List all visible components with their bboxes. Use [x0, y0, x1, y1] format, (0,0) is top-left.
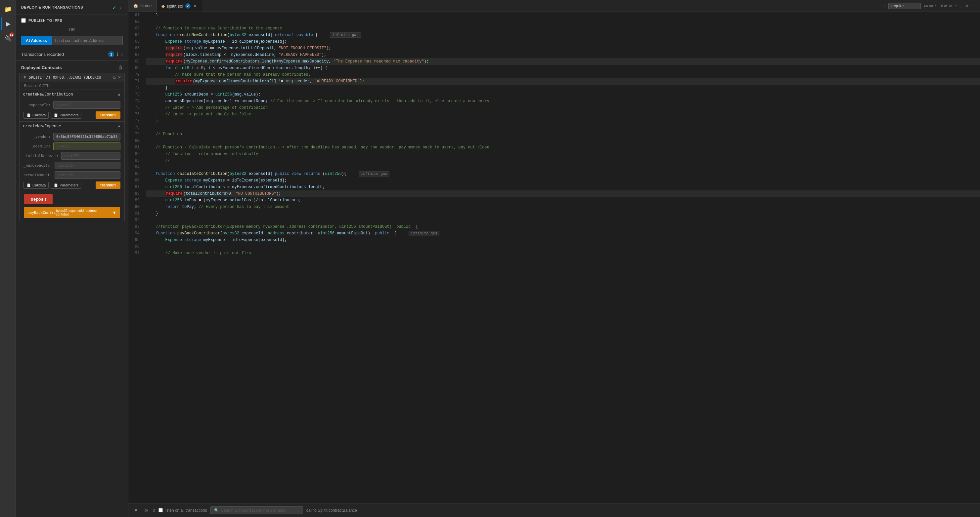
search-tx-input[interactable]: [221, 508, 294, 513]
calldata-button-create-contribution[interactable]: 📋 Calldata: [24, 112, 49, 119]
bottom-stop-btn[interactable]: ⊘: [143, 506, 150, 514]
parameters-icon-2: 📋: [54, 183, 58, 187]
function-actions-create-expense: 📋 Calldata 📋 Parameters transact: [24, 181, 121, 189]
home-tab[interactable]: 🏠 Home: [128, 0, 157, 11]
line-79: 79: [128, 131, 145, 138]
line-95: 95: [128, 237, 145, 243]
listen-label: listen on all transactions: [165, 508, 207, 513]
code-line-61: }: [146, 12, 980, 19]
file-tab-name: splitit.sol: [167, 4, 183, 9]
parameters-button-create-expense[interactable]: 📋 Parameters: [51, 182, 81, 189]
search-options: Aa ab .*: [923, 4, 936, 8]
file-tab-close[interactable]: ✕: [192, 4, 197, 8]
param-row-vendor: _vendor:: [24, 133, 121, 141]
search-next[interactable]: ↓: [960, 3, 962, 9]
code-line-78: [146, 124, 980, 131]
search-more[interactable]: ⋯: [971, 3, 976, 9]
line-numbers: 61 62 63 64 65 66 67 68 69 70 71 72 73 7…: [128, 12, 145, 503]
code-line-87: uint256 totalContributors = myExpense.co…: [146, 184, 980, 190]
code-line-79: // Function: [146, 131, 980, 138]
param-input-vendor[interactable]: [53, 133, 121, 141]
line-72: 72: [128, 85, 145, 91]
deploy-run-icon[interactable]: ▶: [1, 17, 14, 30]
line-92: 92: [128, 217, 145, 224]
param-label-vendor: _vendor:: [24, 135, 53, 139]
parameters-icon: 📋: [54, 113, 58, 117]
param-input-max-capacity[interactable]: [54, 162, 121, 169]
transactions-label: Transactions recorded: [21, 52, 105, 57]
line-63: 63: [128, 25, 145, 32]
param-label-actual-amount: actualAmount:: [24, 173, 54, 177]
listen-checkbox[interactable]: [159, 508, 163, 512]
payback-chevron: ▼: [112, 210, 116, 215]
code-line-84: [146, 164, 980, 171]
line-70: 70: [128, 71, 145, 78]
param-input-initial-deposit[interactable]: [61, 152, 121, 160]
transact-button-create-expense[interactable]: transact: [95, 181, 121, 189]
at-address-button[interactable]: At Address: [21, 36, 52, 45]
file-tab[interactable]: ◆ splitit.sol 2 ✕: [157, 0, 202, 11]
close-contract-icon[interactable]: ✕: [118, 75, 121, 80]
code-line-94: function payBackContributor(bytes32 expe…: [146, 230, 980, 237]
param-input-deadline[interactable]: [53, 143, 121, 150]
code-line-80: [146, 138, 980, 144]
function-chevron-create-expense: ▲: [117, 124, 121, 128]
function-create-expense-header[interactable]: createNewExpense ▲: [19, 122, 124, 130]
code-line-77: }: [146, 118, 980, 124]
search-count: 18 of 18: [939, 4, 952, 8]
trash-icon[interactable]: 🗑: [118, 65, 123, 70]
sidebar: DEPLOY & RUN TRANSACTIONS ✓ › PUBLISH TO…: [16, 0, 128, 517]
search-input[interactable]: [891, 4, 918, 8]
bottom-chevron-btn[interactable]: ▼: [132, 506, 140, 514]
contract-item: ▼ SPLITIT AT 0XF68...DEA03 (BLOCKCH ⧉ ✕ …: [19, 73, 125, 221]
or-divider: OR: [16, 26, 128, 33]
deployed-contracts-header: Deployed Contracts 🗑: [16, 61, 128, 73]
param-input-actual-amount[interactable]: [54, 171, 121, 179]
payback-params: bytes32 expenseId ,address contribut: [56, 209, 110, 216]
file-explorer-icon[interactable]: 📁: [1, 3, 14, 16]
search-prev[interactable]: ↑: [955, 3, 957, 9]
code-line-68: require(myExpense.confirmedContributors.…: [146, 58, 980, 65]
code-line-66: require(msg.value == myExpense.initialDe…: [146, 45, 980, 52]
line-89: 89: [128, 197, 145, 204]
inf-gas-85: infinite gas: [359, 171, 390, 176]
line-62: 62: [128, 19, 145, 25]
plugin-icon[interactable]: 🔌 31: [1, 32, 14, 45]
param-label-max-capacity: _maxCapacity:: [24, 163, 54, 168]
code-line-76: // Later -> paid out should be false: [146, 111, 980, 118]
function-create-contribution-header[interactable]: createNewContribution ▲: [19, 90, 124, 98]
code-line-69: for (uint8 i = 0; i < myExpense.confirme…: [146, 65, 980, 71]
param-label-deadline: _deadline: [24, 144, 53, 148]
home-tab-label: Home: [140, 3, 152, 8]
code-editor[interactable]: 61 62 63 64 65 66 67 68 69 70 71 72 73 7…: [128, 12, 980, 503]
parameters-button-create-contribution[interactable]: 📋 Parameters: [51, 112, 81, 119]
transactions-section: Transactions recorded 1 ℹ ›: [16, 48, 128, 61]
at-address-input[interactable]: [52, 36, 123, 45]
activity-bar: 📁 ▶ 🔌 31: [0, 0, 16, 517]
line-71: 71: [128, 78, 145, 85]
line-93: 93: [128, 224, 145, 230]
line-85: 85: [128, 171, 145, 177]
code-line-92: [146, 217, 980, 224]
code-line-95: Expense storage myExpense = idToExpense[…: [146, 237, 980, 243]
code-line-83: //: [146, 157, 980, 164]
inf-gas-94: infinite gas: [409, 231, 439, 236]
expand-icon[interactable]: ›: [118, 4, 123, 11]
deposit-button[interactable]: deposit: [24, 194, 52, 204]
transactions-chevron[interactable]: ›: [121, 52, 123, 57]
search-close-btn[interactable]: ✕: [965, 3, 969, 9]
publish-checkbox[interactable]: [21, 18, 26, 23]
payback-contributor-btn[interactable]: payBackContri bytes32 expenseId ,address…: [24, 207, 120, 218]
deployed-contracts-label: Deployed Contracts: [21, 65, 116, 70]
contract-header[interactable]: ▼ SPLITIT AT 0XF68...DEA03 (BLOCKCH ⧉ ✕: [19, 73, 124, 82]
param-input-expenseid[interactable]: [53, 101, 121, 109]
bottom-count: 0: [153, 508, 155, 513]
calldata-button-create-expense[interactable]: 📋 Calldata: [24, 182, 49, 189]
copy-icon[interactable]: ⧉: [113, 75, 116, 80]
code-line-93: //function payBackContributor(Expense me…: [146, 224, 980, 230]
transact-button-create-contribution[interactable]: transact: [95, 111, 121, 119]
line-80: 80: [128, 138, 145, 144]
search-chevron-icon[interactable]: ›: [885, 4, 886, 8]
function-chevron-create-contribution: ▲: [117, 92, 121, 97]
info-icon[interactable]: ℹ: [117, 52, 118, 57]
